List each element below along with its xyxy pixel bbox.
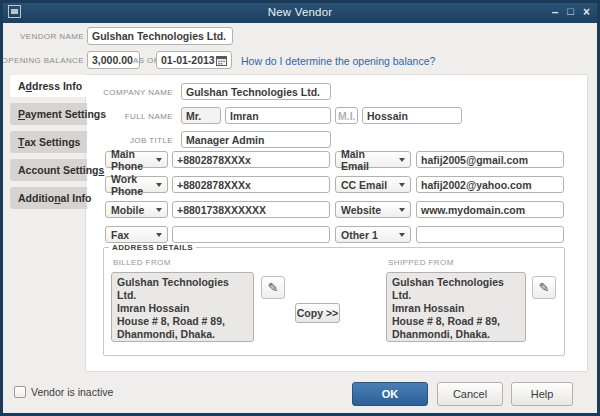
tab-label-part: al Info (61, 192, 92, 204)
tab-payment-settings[interactable]: Payment Settings (10, 103, 87, 125)
fax-input[interactable] (172, 226, 330, 243)
website-type-dropdown[interactable]: Website (335, 201, 411, 218)
dropdown-value: Mobile (111, 204, 144, 216)
calendar-icon[interactable] (216, 55, 227, 66)
work-phone-input[interactable]: +8802878XXXx (172, 176, 330, 193)
address-details-legend: ADDRESS DETAILS (109, 243, 196, 252)
tab-label-part: ax Settings (24, 136, 80, 148)
chevron-down-icon (156, 233, 162, 237)
phone-type-dropdown[interactable]: Mobile (105, 201, 168, 218)
dropdown-value: Other 1 (341, 229, 378, 241)
close-button[interactable]: × (583, 6, 590, 18)
chevron-down-icon (156, 208, 162, 212)
vendor-name-input[interactable]: Gulshan Technologies Ltd. (87, 27, 233, 45)
vendor-name-label: VENDOR NAME (0, 32, 84, 41)
cc-email-input[interactable]: hafij2002@yahoo.com (416, 176, 564, 193)
new-vendor-window: New Vendor – □ × VENDOR NAME Gulshan Tec… (0, 0, 600, 416)
tab-label-part: dress Info (32, 80, 82, 92)
phone-type-dropdown[interactable]: Work Phone (105, 176, 168, 193)
tab-account-settings[interactable]: Account Settings (10, 159, 87, 181)
pencil-icon: ✎ (268, 280, 279, 295)
titlebar: New Vendor – □ × (0, 0, 600, 23)
chevron-down-icon (156, 158, 162, 162)
pencil-icon: ✎ (539, 280, 550, 295)
dropdown-value: Fax (111, 229, 129, 241)
email-type-dropdown[interactable]: CC Email (335, 176, 411, 193)
shipped-from-label: SHIPPED FROM (388, 258, 454, 267)
email-type-dropdown[interactable]: Main Email (335, 151, 411, 168)
tab-additional-info[interactable]: Additional Info (10, 187, 87, 209)
middle-initial-placeholder: M.I. (338, 110, 356, 122)
tab-address-info[interactable]: Address Info (10, 75, 87, 97)
opening-balance-help-link[interactable]: How do I determine the opening balance? (241, 55, 435, 67)
window-icon-glyph (11, 9, 18, 14)
middle-initial-input[interactable]: M.I. (335, 107, 358, 124)
billed-from-label: BILLED FROM (113, 258, 171, 267)
company-name-label: COMPANY NAME (85, 88, 173, 97)
minimize-button[interactable]: – (552, 6, 559, 18)
address-details-section: ADDRESS DETAILS BILLED FROM Gulshan Tech… (103, 243, 565, 356)
main-phone-input[interactable]: +8802878XXXx (172, 151, 330, 168)
last-name-input[interactable]: Hossain (362, 107, 462, 124)
opening-balance-label: OPENING BALANCE (0, 56, 84, 65)
vendor-inactive-label: Vendor is inactive (31, 386, 113, 398)
help-button[interactable]: Help (511, 382, 573, 406)
maximize-button[interactable]: □ (567, 6, 574, 17)
billed-from-address[interactable]: Gulshan Technologies Ltd. Imran Hossain … (111, 272, 254, 342)
other-type-dropdown[interactable]: Other 1 (335, 226, 411, 243)
window-icon[interactable] (8, 5, 21, 18)
company-name-input[interactable]: Gulshan Technologies Ltd. (181, 83, 331, 100)
main-email-input[interactable]: hafij2005@gmail.com (416, 151, 564, 168)
job-title-input[interactable]: Manager Admin (181, 131, 331, 148)
window-controls: – □ × (552, 0, 590, 23)
salutation-input[interactable]: Mr. (181, 107, 221, 124)
tab-label-accel: P (18, 108, 25, 120)
first-name-input[interactable]: Imran (225, 107, 331, 124)
dropdown-value: Website (341, 204, 381, 216)
tab-label-part: A (18, 80, 26, 92)
as-of-label: AS OF (133, 56, 153, 65)
website-input[interactable]: www.mydomain.com (416, 201, 564, 218)
as-of-date-value: 01-01-2013 (161, 54, 215, 66)
tab-tax-settings[interactable]: Tax Settings (10, 131, 87, 153)
window-title: New Vendor (0, 6, 600, 18)
copy-address-button[interactable]: Copy >> (295, 303, 340, 323)
tab-label-part: Account Setting (18, 164, 99, 176)
mobile-input[interactable]: +8801738XXXXXX (172, 201, 330, 218)
edit-shipped-address-button[interactable]: ✎ (532, 276, 556, 299)
phone-type-dropdown[interactable]: Main Phone (105, 151, 168, 168)
dropdown-value: Main Email (341, 148, 395, 172)
tab-label-accel: s (99, 164, 105, 176)
shipped-from-address[interactable]: Gulshan Technologies Ltd. Imran Hossain … (386, 272, 526, 342)
chevron-down-icon (399, 158, 405, 162)
other-input[interactable] (416, 226, 564, 243)
edit-billed-address-button[interactable]: ✎ (261, 276, 285, 299)
dropdown-value: CC Email (341, 179, 387, 191)
cancel-button[interactable]: Cancel (437, 382, 503, 406)
full-name-label: FULL NAME (85, 112, 173, 121)
job-title-label: JOB TITLE (85, 136, 173, 145)
dropdown-value: Work Phone (111, 173, 152, 197)
vendor-inactive-checkbox[interactable] (14, 386, 26, 398)
ok-button[interactable]: OK (352, 382, 428, 406)
phone-type-dropdown[interactable]: Fax (105, 226, 168, 243)
tab-label-part: Additio (18, 192, 54, 204)
dropdown-value: Main Phone (111, 148, 152, 172)
as-of-date-input[interactable]: 01-01-2013 (156, 51, 232, 69)
chevron-down-icon (399, 208, 405, 212)
chevron-down-icon (156, 183, 162, 187)
chevron-down-icon (399, 183, 405, 187)
chevron-down-icon (399, 233, 405, 237)
